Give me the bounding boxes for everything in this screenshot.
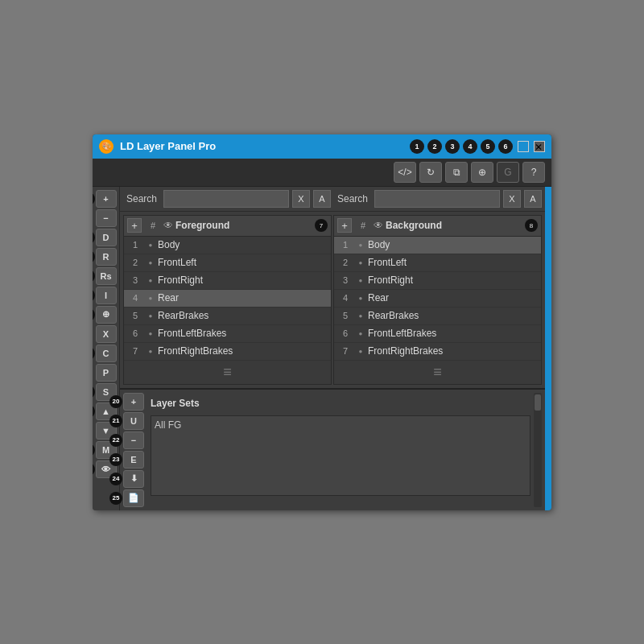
target-btn[interactable]: 14 ⊕ <box>96 306 117 324</box>
bg-layer-row-4[interactable]: 4 ● Rear <box>334 290 541 308</box>
search-row: Search X A Search X A <box>120 187 545 212</box>
rs-btn[interactable]: 12 Rs <box>96 267 117 285</box>
bg-layer-list: 1 ● Body 2 ● FrontLeft 3 ● FrontRigh <box>334 237 541 361</box>
fg-layer-row-4[interactable]: 4 ● Rear <box>124 290 331 308</box>
tb-num-6[interactable]: 6 <box>498 139 513 154</box>
two-panels: + # 👁 Foreground 7 1 ● Body 2 <box>120 212 545 388</box>
remove-btn[interactable]: − <box>96 209 117 227</box>
foreground-panel: + # 👁 Foreground 7 1 ● Body 2 <box>123 215 332 385</box>
refresh-btn[interactable]: ↻ <box>419 162 442 183</box>
sets-header: Layer Sets <box>151 393 530 414</box>
sets-scroll-thumb <box>535 394 541 411</box>
fg-layer-row-5[interactable]: 5 ● RearBrakes <box>124 308 331 325</box>
fg-search-label: Search <box>123 190 160 208</box>
sets-e-btn[interactable]: 23 E <box>123 451 144 469</box>
d-btn[interactable]: 10 D <box>96 229 117 246</box>
i-btn[interactable]: 13 I <box>96 287 117 304</box>
sidebar-num-13: 13 <box>93 289 95 302</box>
sets-u-btn[interactable]: 21 U <box>123 412 144 430</box>
c-btn[interactable]: 15 C <box>96 345 117 362</box>
sidebar-num-11: 11 <box>93 250 95 263</box>
sets-num-20: 20 <box>109 395 122 408</box>
help-btn[interactable]: ? <box>522 162 545 183</box>
panels-area: Search X A Search X A + # 👁 Foreground <box>120 187 545 510</box>
sets-item-allfg[interactable]: All FG <box>155 418 526 432</box>
layer-sets-row: 20 + 21 U 22 − 23 E <box>123 393 542 507</box>
fg-layer-row-6[interactable]: 6 ● FrontLeftBrakes <box>124 325 331 343</box>
bg-layer-row-7[interactable]: 7 ● FrontRightBrakes <box>334 343 541 361</box>
p-btn[interactable]: P <box>96 364 117 382</box>
tb-num-5[interactable]: 5 <box>481 139 495 154</box>
sidebar-num-9: 9 <box>93 192 95 205</box>
sidebar-num-19: 19 <box>93 463 95 476</box>
sidebar-num-18: 18 <box>93 444 95 456</box>
layer-sets-section: 20 + 21 U 22 − 23 E <box>120 388 545 510</box>
sets-minus-btn[interactable]: 22 − <box>123 431 144 449</box>
fg-scrollbar: ≡ <box>124 361 331 384</box>
move-btn[interactable]: ⊕ <box>471 162 493 183</box>
main-panel: 🎨 LD Layer Panel Pro 1 2 3 4 5 6 ✕ </> ↻… <box>93 134 551 510</box>
fg-badge: 7 <box>315 219 328 232</box>
right-accent-bar <box>545 187 551 510</box>
x-btn[interactable]: X <box>96 325 117 343</box>
fg-title: Foreground <box>175 220 312 231</box>
bg-layer-row-5[interactable]: 5 ● RearBrakes <box>334 308 541 325</box>
sidebar-num-16: 16 <box>93 386 95 398</box>
sets-num-25: 25 <box>109 492 122 505</box>
bg-layer-row-3[interactable]: 3 ● FrontRight <box>334 272 541 290</box>
sets-add-btn[interactable]: 20 + <box>123 393 144 411</box>
fg-search-input[interactable] <box>163 190 289 208</box>
sets-export-btn[interactable]: 24 ⬇ <box>123 470 144 488</box>
fg-layer-row-2[interactable]: 2 ● FrontLeft <box>124 254 331 272</box>
sidebar-num-10: 10 <box>93 231 95 244</box>
sets-content: Layer Sets All FG <box>151 393 530 507</box>
main-content: 9 + − 10 D 11 R 12 Rs 13 I 14 ⊕ <box>93 187 551 510</box>
sets-num-23: 23 <box>109 453 122 466</box>
bg-add-btn[interactable]: + <box>337 218 352 233</box>
bg-layer-row-6[interactable]: 6 ● FrontLeftBrakes <box>334 325 541 343</box>
bg-search-a[interactable]: A <box>524 190 542 208</box>
sets-num-21: 21 <box>109 415 122 427</box>
code-icon-btn[interactable]: </> <box>394 162 416 183</box>
bg-panel-header: + # 👁 Background 8 <box>334 216 541 237</box>
sidebar-num-14: 14 <box>93 308 95 321</box>
background-panel: + # 👁 Background 8 1 ● Body 2 <box>333 215 542 385</box>
title-bar-controls: 1 2 3 4 5 6 ✕ <box>410 139 545 154</box>
tb-num-1[interactable]: 1 <box>410 139 424 154</box>
sets-title: Layer Sets <box>151 398 200 409</box>
window-close-btn[interactable]: ✕ <box>534 141 545 152</box>
tb-num-3[interactable]: 3 <box>445 139 460 154</box>
toolbar: </> ↻ ⧉ ⊕ G ? <box>93 159 551 187</box>
r-btn[interactable]: 11 R <box>96 248 117 266</box>
copy-btn[interactable]: ⧉ <box>445 162 468 183</box>
add-btn[interactable]: 9 + <box>96 190 117 208</box>
bg-badge: 8 <box>525 219 538 232</box>
window-restore-btn[interactable] <box>518 141 529 152</box>
sidebar-num-17: 17 <box>93 405 95 418</box>
fg-search-a[interactable]: A <box>313 190 331 208</box>
app-icon: 🎨 <box>99 139 114 154</box>
g-btn[interactable]: G <box>497 162 519 183</box>
bg-scrollbar: ≡ <box>334 361 541 384</box>
bg-search-label: Search <box>334 190 371 208</box>
fg-search-clear[interactable]: X <box>292 190 310 208</box>
fg-add-btn[interactable]: + <box>127 218 142 233</box>
bg-layer-row-1[interactable]: 1 ● Body <box>334 237 541 254</box>
bg-layer-row-2[interactable]: 2 ● FrontLeft <box>334 254 541 272</box>
bg-search-input[interactable] <box>374 190 500 208</box>
sets-file-btn[interactable]: 25 📄 <box>123 489 144 507</box>
sets-num-24: 24 <box>109 473 122 485</box>
tb-num-2[interactable]: 2 <box>427 139 442 154</box>
sets-list: All FG <box>151 415 530 496</box>
bg-search-clear[interactable]: X <box>503 190 521 208</box>
fg-layer-row-7[interactable]: 7 ● FrontRightBrakes <box>124 343 331 361</box>
sidebar-num-12: 12 <box>93 270 95 283</box>
title-bar: 🎨 LD Layer Panel Pro 1 2 3 4 5 6 ✕ <box>93 134 551 159</box>
tb-num-4[interactable]: 4 <box>463 139 477 154</box>
fg-layer-list: 1 ● Body 2 ● FrontLeft 3 ● FrontRigh <box>124 237 331 361</box>
app-title: LD Layer Panel Pro <box>120 140 410 152</box>
sets-scrollbar <box>534 393 542 507</box>
fg-layer-row-3[interactable]: 3 ● FrontRight <box>124 272 331 290</box>
fg-layer-row-1[interactable]: 1 ● Body <box>124 237 331 254</box>
fg-panel-header: + # 👁 Foreground 7 <box>124 216 331 237</box>
